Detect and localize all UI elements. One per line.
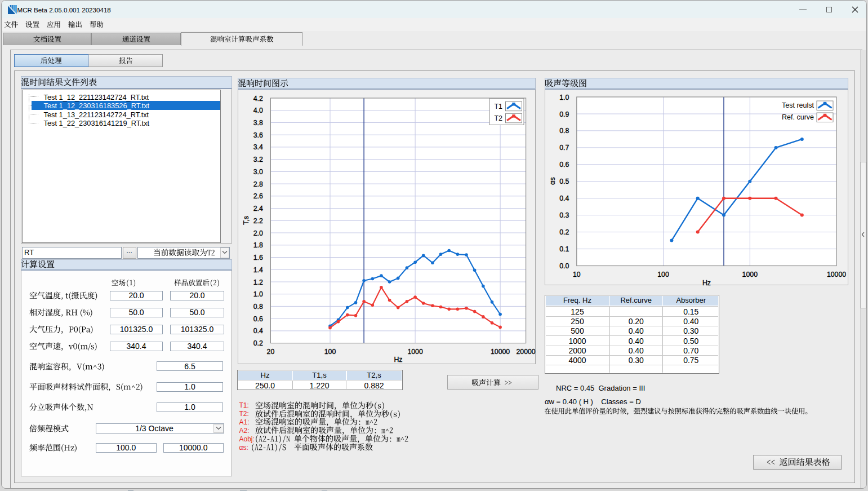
svg-text:0.4: 0.4 bbox=[253, 327, 263, 335]
svg-text:0.2: 0.2 bbox=[253, 339, 263, 347]
svg-text:1000: 1000 bbox=[407, 348, 423, 356]
svg-text:Hz: Hz bbox=[702, 279, 711, 287]
svg-text:3.0: 3.0 bbox=[253, 168, 263, 176]
svg-text:0.1: 0.1 bbox=[559, 245, 569, 253]
svg-text:2.6: 2.6 bbox=[253, 192, 263, 200]
svg-text:100: 100 bbox=[657, 271, 669, 278]
svg-text:2.2: 2.2 bbox=[253, 217, 263, 225]
svg-text:10000: 10000 bbox=[491, 348, 510, 356]
svg-text:3.8: 3.8 bbox=[253, 119, 263, 127]
svg-text:10000: 10000 bbox=[827, 271, 846, 278]
svg-text:1.8: 1.8 bbox=[253, 241, 263, 249]
svg-text:Hz: Hz bbox=[394, 356, 402, 364]
svg-text:0.6: 0.6 bbox=[253, 315, 263, 323]
svg-text:2.0: 2.0 bbox=[253, 229, 263, 237]
svg-text:3.6: 3.6 bbox=[253, 131, 263, 139]
svg-text:0.5: 0.5 bbox=[559, 178, 569, 185]
svg-text:1.0: 1.0 bbox=[559, 94, 569, 101]
svg-text:10: 10 bbox=[573, 271, 581, 278]
svg-text:1.4: 1.4 bbox=[253, 266, 263, 274]
svg-text:0.8: 0.8 bbox=[559, 127, 569, 135]
svg-text:3.2: 3.2 bbox=[253, 156, 263, 163]
svg-text:4.0: 4.0 bbox=[253, 107, 263, 114]
svg-text:T2: T2 bbox=[494, 114, 502, 122]
svg-text:3.4: 3.4 bbox=[253, 143, 263, 151]
svg-text:0.7: 0.7 bbox=[559, 144, 569, 152]
svg-text:T,s: T,s bbox=[242, 216, 250, 225]
svg-text:2.4: 2.4 bbox=[253, 205, 263, 213]
svg-text:100: 100 bbox=[324, 348, 336, 356]
svg-text:T1: T1 bbox=[494, 103, 502, 110]
svg-text:20000: 20000 bbox=[516, 348, 535, 356]
svg-text:1.6: 1.6 bbox=[253, 254, 263, 262]
svg-text:1000: 1000 bbox=[742, 271, 758, 278]
svg-text:0.9: 0.9 bbox=[559, 110, 569, 118]
svg-text:0.0: 0.0 bbox=[559, 262, 569, 270]
svg-text:0.4: 0.4 bbox=[559, 194, 569, 202]
svg-text:0.2: 0.2 bbox=[559, 228, 569, 236]
svg-text:20: 20 bbox=[267, 348, 275, 356]
svg-text:0.6: 0.6 bbox=[559, 161, 569, 169]
svg-text:0.8: 0.8 bbox=[253, 303, 263, 311]
svg-text:Test reulst: Test reulst bbox=[782, 101, 814, 109]
svg-text:4.2: 4.2 bbox=[253, 95, 263, 103]
svg-text:1.0: 1.0 bbox=[253, 290, 263, 298]
svg-text:αs: αs bbox=[549, 177, 557, 184]
svg-text:2.8: 2.8 bbox=[253, 180, 263, 188]
svg-text:Ref. curve: Ref. curve bbox=[782, 113, 814, 121]
svg-text:1.2: 1.2 bbox=[253, 278, 263, 286]
svg-text:0.3: 0.3 bbox=[559, 211, 569, 219]
